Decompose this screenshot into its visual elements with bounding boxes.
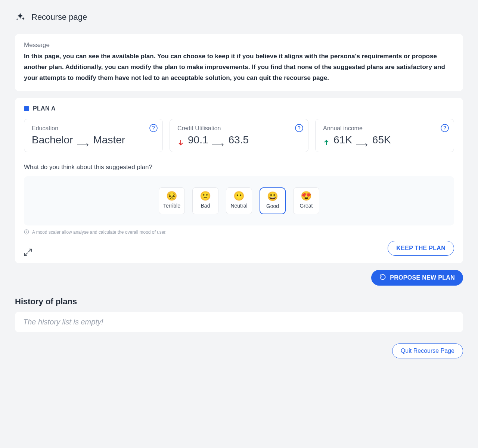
mood-label: Bad (201, 203, 210, 209)
mood-great[interactable]: 😍 Great (293, 187, 319, 214)
mood-good[interactable]: 😃 Good (260, 187, 286, 214)
arrow-right-icon (356, 138, 369, 142)
message-label: Message (24, 41, 454, 49)
trend-up-icon (323, 137, 330, 143)
page-title: Recourse page (31, 12, 87, 22)
svg-line-15 (25, 253, 28, 256)
quit-row: Quit Recourse Page (15, 343, 463, 358)
feature-title: Annual income (323, 125, 446, 132)
message-card: Message In this page, you can see the av… (15, 34, 463, 91)
mood-emoji: 😣 (166, 192, 177, 200)
sparkle-icon (15, 12, 25, 22)
feature-row: Education Bachelor Master Credit Utilisa… (24, 119, 454, 152)
plan-header: PLAN A (24, 105, 454, 112)
propose-label: PROPOSE NEW PLAN (390, 274, 455, 281)
plan-card: PLAN A Education Bachelor Master Credit … (15, 98, 463, 263)
mood-label: Great (299, 203, 313, 209)
feature-from: 90.1 (188, 134, 208, 146)
feature-title: Credit Utilisation (177, 125, 301, 132)
mood-bad[interactable]: 🙁 Bad (192, 187, 218, 214)
mood-label: Good (266, 203, 279, 209)
info-icon (24, 229, 29, 236)
mood-hint: A mood scaler allow analyse and calculat… (24, 229, 454, 236)
help-icon[interactable] (149, 124, 158, 133)
mood-panel: 😣 Terrible 🙁 Bad 😶 Neutral 😃 Good 😍 Grea… (24, 176, 454, 225)
feature-values: 61K 65K (323, 134, 446, 146)
svg-point-8 (444, 130, 445, 130)
propose-row: PROPOSE NEW PLAN (15, 270, 463, 286)
mood-emoji: 😃 (267, 192, 278, 201)
svg-point-4 (299, 130, 299, 130)
message-body: In this page, you can see the available … (24, 51, 454, 84)
mood-label: Neutral (230, 203, 247, 209)
mood-terrible[interactable]: 😣 Terrible (159, 187, 185, 214)
refresh-icon (379, 274, 386, 282)
propose-plan-button[interactable]: PROPOSE NEW PLAN (371, 270, 463, 286)
plan-label: PLAN A (33, 105, 56, 112)
keep-plan-button[interactable]: KEEP THE PLAN (388, 241, 454, 256)
svg-line-14 (28, 249, 31, 252)
arrow-right-icon (77, 138, 90, 142)
expand-icon[interactable] (24, 248, 32, 256)
feedback-question: What do you think about this suggested p… (24, 164, 454, 171)
plan-actions: KEEP THE PLAN (24, 241, 454, 256)
mood-label: Terrible (163, 203, 180, 209)
page-header: Recourse page (15, 7, 463, 27)
history-empty: The history list is empty! (15, 312, 463, 332)
mood-emoji: 😍 (301, 192, 312, 200)
help-icon[interactable] (295, 124, 304, 133)
mood-emoji: 🙁 (200, 192, 211, 200)
help-icon[interactable] (440, 124, 449, 133)
plan-color-chip (24, 106, 29, 111)
arrow-right-icon (212, 138, 225, 142)
feature-to: Master (93, 134, 125, 146)
feature-from: Bachelor (32, 134, 73, 146)
feature-title: Education (32, 125, 155, 132)
feature-card-education: Education Bachelor Master (24, 119, 163, 152)
feature-from: 61K (333, 134, 352, 146)
feature-to: 65K (372, 134, 391, 146)
svg-point-1 (153, 130, 154, 130)
feature-values: 90.1 63.5 (177, 134, 301, 146)
trend-down-icon (177, 137, 184, 143)
history-title: History of plans (15, 297, 463, 307)
feature-to: 63.5 (229, 134, 249, 146)
mood-hint-text: A mood scaler allow analyse and calculat… (32, 230, 167, 235)
mood-neutral[interactable]: 😶 Neutral (226, 187, 252, 214)
svg-point-13 (26, 230, 27, 231)
feature-card-credit: Credit Utilisation 90.1 63.5 (170, 119, 308, 152)
mood-emoji: 😶 (233, 192, 245, 200)
quit-button[interactable]: Quit Recourse Page (392, 343, 463, 358)
feature-card-income: Annual income 61K 65K (315, 119, 454, 152)
feature-values: Bachelor Master (32, 134, 155, 146)
